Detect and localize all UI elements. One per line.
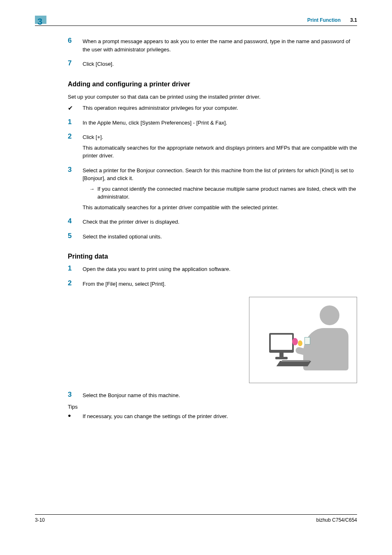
step-text: Click [Close]. <box>83 60 357 68</box>
step-6: 6 When a prompt message appears to ask y… <box>68 37 357 53</box>
header-section-number: 3.1 <box>350 17 357 23</box>
check-text: This operation requires administrator pr… <box>83 104 357 112</box>
footer-rule <box>35 514 357 515</box>
tips-label: Tips <box>68 404 357 410</box>
step-text: Select the installed optional units. <box>83 233 357 241</box>
step-a2: 2 Click [+]. This automatically searches… <box>68 133 357 160</box>
step-b3: 3 Select the Bonjour name of this machin… <box>68 391 357 400</box>
step-a3: 3 Select a printer for the Bonjour conne… <box>68 166 357 212</box>
step-number: 3 <box>68 391 83 399</box>
step-7: 7 Click [Close]. <box>68 60 357 68</box>
section-intro: Set up your computer so that data can be… <box>68 93 357 101</box>
step-text: When a prompt message appears to ask you… <box>83 37 357 53</box>
printing-illustration <box>249 297 357 383</box>
step-text: Open the data you want to print using th… <box>83 265 357 273</box>
header-rule <box>35 25 357 26</box>
step-number: 2 <box>68 132 83 141</box>
step-number: 6 <box>68 37 83 45</box>
step-b2: 2 From the [File] menu, select [Print]. <box>68 280 357 288</box>
step-text: Select the Bonjour name of this machine. <box>83 391 357 400</box>
header-title: Print Function <box>307 17 341 23</box>
step-number: 7 <box>68 59 83 67</box>
sub-text: If you cannot identify the connected mac… <box>97 185 357 201</box>
step-number: 1 <box>68 118 83 126</box>
step-b1: 1 Open the data you want to print using … <box>68 265 357 273</box>
step-number: 3 <box>68 166 83 174</box>
step-text: From the [File] menu, select [Print]. <box>83 280 357 288</box>
check-note: ✔ This operation requires administrator … <box>68 104 357 112</box>
step-number: 2 <box>68 279 83 287</box>
check-icon: ✔ <box>68 104 83 112</box>
step-a4: 4 Check that the printer driver is displ… <box>68 218 357 226</box>
step-cont: This automatically searches for a printe… <box>83 204 357 212</box>
bullet-icon: ● <box>68 412 83 421</box>
step-cont: This automatically searches for the appr… <box>83 144 357 160</box>
step-text: Select a printer for the Bonjour connect… <box>83 166 357 183</box>
arrow-icon: → <box>89 185 97 201</box>
page-number: 3-10 <box>35 517 45 523</box>
section-adding-heading: Adding and configuring a printer driver <box>68 81 357 88</box>
sub-note: → If you cannot identify the connected m… <box>83 185 357 201</box>
step-text: In the Apple Menu, click [System Prefere… <box>83 119 357 127</box>
step-number: 5 <box>68 232 83 240</box>
step-text: Check that the printer driver is display… <box>83 218 357 226</box>
product-name: bizhub C754/C654 <box>316 517 357 523</box>
step-a1: 1 In the Apple Menu, click [System Prefe… <box>68 119 357 127</box>
section-printing-heading: Printing data <box>68 253 357 260</box>
step-a5: 5 Select the installed optional units. <box>68 233 357 241</box>
tip-item: ● If necessary, you can change the setti… <box>68 412 357 421</box>
chapter-tab: 3 <box>35 16 46 24</box>
step-number: 1 <box>68 264 83 273</box>
chapter-number: 3 <box>37 16 42 27</box>
tip-text: If necessary, you can change the setting… <box>83 412 357 421</box>
step-number: 4 <box>68 217 83 225</box>
step-text: Click [+]. <box>83 133 357 141</box>
